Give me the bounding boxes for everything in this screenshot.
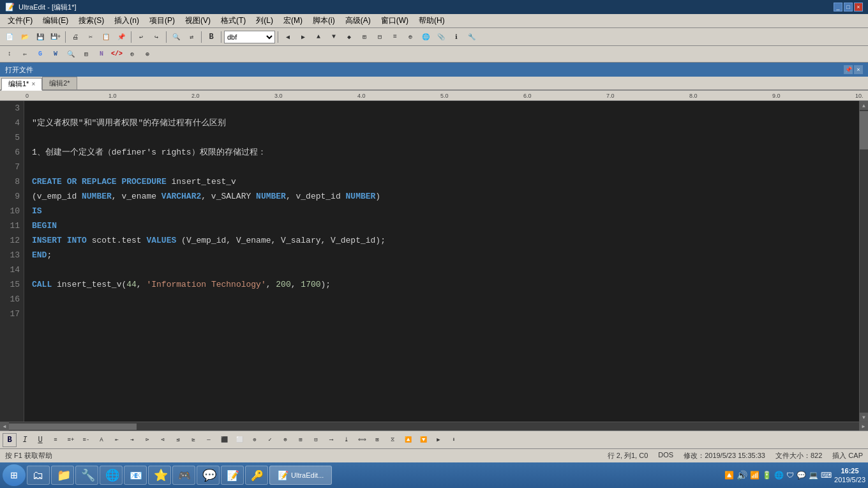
scroll-right-btn[interactable]: ▶ [859, 422, 868, 431]
bt-btn4[interactable]: A [94, 433, 108, 447]
start-button[interactable]: ⊞ [3, 464, 26, 486]
tb-btn-8[interactable]: ≡ [388, 30, 402, 44]
taskbar-item-8[interactable]: 💬 [197, 466, 220, 485]
h-scrollbar-track[interactable] [9, 422, 859, 431]
bt-btn24[interactable]: 🔼 [401, 433, 415, 447]
tab-editor1[interactable]: 编辑1* × [1, 78, 42, 91]
minimize-button[interactable]: _ [834, 3, 842, 11]
open-button[interactable]: 📂 [18, 30, 32, 44]
tb-btn-12[interactable]: ℹ [449, 30, 463, 44]
bt-btn18[interactable]: ⊟ [309, 433, 323, 447]
taskbar-item-2[interactable]: 📁 [51, 466, 74, 485]
tb2-btn-2[interactable]: ⇐ [18, 47, 32, 61]
tb2-btn-3[interactable]: 🔍 [64, 47, 78, 61]
scrollbar-thumb[interactable] [860, 111, 868, 149]
menu-column[interactable]: 列(L) [251, 14, 278, 27]
menu-edit[interactable]: 编辑(E) [38, 14, 73, 27]
bt-btn19[interactable]: ⟶ [324, 433, 338, 447]
menu-project[interactable]: 项目(P) [144, 14, 180, 27]
undo-button[interactable]: ↩ [134, 30, 148, 44]
taskbar-item-3[interactable]: 🔧 [75, 466, 98, 485]
tb2-btn-w[interactable]: W [49, 47, 63, 61]
close-button[interactable]: × [854, 3, 863, 11]
bt-btn21[interactable]: ⟺ [355, 433, 369, 447]
tab-editor2[interactable]: 编辑2* [42, 77, 77, 89]
scroll-left-btn[interactable]: ◀ [0, 422, 9, 431]
bt-btn14[interactable]: ⊕ [248, 433, 262, 447]
scroll-down-btn[interactable]: ▼ [860, 413, 868, 422]
menu-macro[interactable]: 宏(M) [278, 14, 308, 27]
tb2-btn-8[interactable]: ⊛ [140, 47, 154, 61]
bt-btn23[interactable]: ⧖ [385, 433, 400, 447]
scroll-up-btn[interactable]: ▲ [860, 101, 868, 110]
menu-format[interactable]: 格式(T) [216, 14, 251, 27]
clock[interactable]: 16:25 2019/5/23 [834, 466, 865, 485]
taskbar-item-7[interactable]: 🎮 [172, 466, 195, 485]
tb-btn-10[interactable]: 🌐 [419, 30, 433, 44]
bt-btn22[interactable]: ⊠ [370, 433, 384, 447]
bt-btn26[interactable]: ▶ [431, 433, 445, 447]
menu-advanced[interactable]: 高级(A) [340, 14, 376, 27]
menu-window[interactable]: 窗口(W) [376, 14, 414, 27]
bt-btn5[interactable]: ⇤ [110, 433, 124, 447]
bt-btn13[interactable]: ⬜ [232, 433, 246, 447]
bt-btn25[interactable]: 🔽 [416, 433, 430, 447]
taskbar-item-9[interactable]: 📝 [221, 466, 244, 485]
print-button[interactable]: 🖨 [68, 30, 82, 44]
tb-btn-3[interactable]: ▲ [311, 30, 326, 44]
bt-btn7[interactable]: ⊳ [140, 433, 154, 447]
tb-btn-1[interactable]: ◀ [281, 30, 295, 44]
tb-btn-2[interactable]: ▶ [296, 30, 310, 44]
taskbar-item-6[interactable]: ⭐ [148, 466, 171, 485]
bottom-scrollbar[interactable]: ◀ ▶ [0, 422, 868, 431]
bold-button[interactable]: B [204, 30, 218, 44]
file-panel-close-btn[interactable]: × [854, 65, 863, 74]
menu-view[interactable]: 视图(V) [180, 14, 216, 27]
code-area[interactable]: "定义者权限"和"调用者权限"的存储过程有什么区别 1、创建一个定义者（defi… [24, 101, 859, 422]
bt-btn10[interactable]: ⊵ [186, 433, 200, 447]
bt-btn3[interactable]: ≡- [79, 433, 93, 447]
save-button[interactable]: 💾 [33, 30, 47, 44]
bt-italic[interactable]: I [18, 433, 32, 447]
tb-btn-11[interactable]: 📎 [434, 30, 448, 44]
right-scrollbar[interactable]: ▲ ▼ [859, 101, 868, 422]
copy-button[interactable]: 📋 [99, 30, 113, 44]
bt-btn27[interactable]: ⬇ [447, 433, 461, 447]
taskbar-item-1[interactable]: 🗂 [27, 466, 50, 485]
cut-button[interactable]: ✂ [84, 30, 98, 44]
taskbar-item-5[interactable]: 📧 [124, 466, 147, 485]
bt-btn17[interactable]: ⊞ [294, 433, 308, 447]
bt-underline[interactable]: U [33, 433, 47, 447]
menu-insert[interactable]: 插入(n) [109, 14, 144, 27]
tb2-btn-6[interactable]: </> [110, 47, 124, 61]
taskbar-ultraedit[interactable]: 📝 UltraEdit... [269, 466, 332, 485]
paste-button[interactable]: 📌 [114, 30, 128, 44]
menu-search[interactable]: 搜索(S) [73, 14, 109, 27]
bt-btn11[interactable]: — [202, 433, 216, 447]
menu-script[interactable]: 脚本(i) [308, 14, 340, 27]
scrollbar-track[interactable] [860, 110, 868, 413]
bt-btn1[interactable]: ≡ [49, 433, 63, 447]
menu-help[interactable]: 帮助(H) [414, 14, 450, 27]
tb2-btn-1[interactable]: ↕ [3, 47, 17, 61]
tb-btn-6[interactable]: ⊞ [357, 30, 371, 44]
bt-btn6[interactable]: ⇥ [125, 433, 139, 447]
new-button[interactable]: 📄 [3, 30, 17, 44]
replace-button[interactable]: ⇄ [184, 30, 198, 44]
bt-btn15[interactable]: ✓ [263, 433, 277, 447]
tb-btn-7[interactable]: ⊟ [373, 30, 387, 44]
tab-editor1-close[interactable]: × [31, 80, 35, 88]
bt-btn20[interactable]: ⤓ [340, 433, 354, 447]
bt-btn8[interactable]: ⊲ [156, 433, 170, 447]
save-all-button[interactable]: 💾+ [49, 30, 63, 44]
tb-btn-13[interactable]: 🔧 [465, 30, 479, 44]
bt-btn12[interactable]: ⬛ [217, 433, 231, 447]
taskbar-item-4[interactable]: 🌐 [100, 466, 123, 485]
bt-btn9[interactable]: ⊴ [171, 433, 185, 447]
redo-button[interactable]: ↪ [149, 30, 163, 44]
h-scrollbar-thumb[interactable] [9, 423, 137, 430]
bt-btn16[interactable]: ⊛ [278, 433, 292, 447]
find-button[interactable]: 🔍 [169, 30, 183, 44]
tb2-btn-5[interactable]: N [94, 47, 108, 61]
tb-btn-9[interactable]: ⊕ [403, 30, 417, 44]
